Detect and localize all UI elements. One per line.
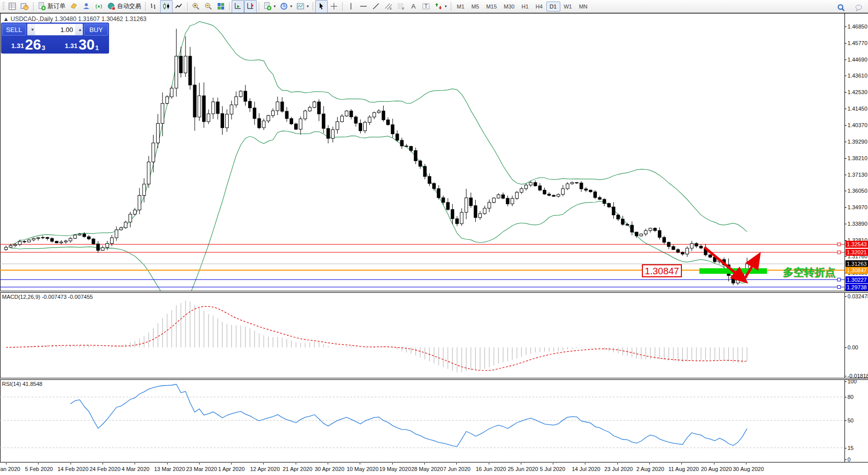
fibonacci-icon: F	[397, 2, 405, 11]
cursor-button[interactable]	[315, 0, 328, 13]
rsi-tick-mark	[844, 397, 846, 397]
svg-text:T: T	[425, 4, 428, 9]
signals-button[interactable]	[93, 0, 105, 13]
templates-button[interactable]: ▾	[294, 0, 311, 13]
trend-arrow-down[interactable]	[704, 247, 742, 279]
timeframe-m1-button[interactable]: M1	[453, 2, 468, 12]
bollinger-upper-band	[11, 22, 747, 245]
timeframe-m5-button[interactable]: M5	[468, 2, 482, 12]
date-tick-mark	[681, 463, 682, 464]
candlestick-chart-button[interactable]	[160, 0, 173, 13]
date-label: 1 Apr 2020	[218, 466, 245, 472]
new-order-button[interactable]: 新订单	[36, 0, 68, 13]
chart-shift-button[interactable]	[244, 0, 257, 13]
rsi-label: RSI(14) 41.8548	[2, 381, 43, 387]
line-handle[interactable]	[837, 278, 840, 281]
zoom-in-button[interactable]	[190, 0, 202, 13]
date-label: 7 Jan 2020	[0, 466, 20, 472]
mql5-community-button[interactable]	[80, 0, 93, 13]
timeframe-d1-button[interactable]: D1	[546, 2, 560, 12]
zoom-out-icon	[204, 2, 213, 11]
volume-decrease-button[interactable]: ▼	[28, 24, 35, 35]
volume-increase-button[interactable]: ▲	[75, 24, 83, 35]
arrows-button[interactable]: ▾	[432, 0, 449, 13]
equidistant-channel-button[interactable]: E	[382, 0, 395, 13]
macd-pane[interactable]	[0, 293, 844, 378]
date-tick-mark	[263, 463, 264, 464]
chat-icon	[854, 4, 863, 12]
market-watch-button[interactable]	[6, 0, 19, 13]
timeframe-mn-button[interactable]: MN	[575, 2, 591, 12]
price-tick-mark	[844, 109, 846, 109]
line-chart-button[interactable]	[173, 0, 185, 13]
toolbar-grip	[3, 2, 5, 11]
date-label: 14 Jul 2020	[572, 466, 600, 472]
line-handle[interactable]	[837, 251, 840, 254]
price-tick-mark	[844, 60, 846, 60]
crosshair-button[interactable]	[328, 0, 340, 13]
tile-windows-button[interactable]	[215, 0, 227, 13]
chevron-down-icon[interactable]: ▾	[290, 4, 292, 9]
autotrading-icon	[107, 2, 116, 11]
tester-icon	[21, 2, 29, 11]
indicators-button[interactable]: ▾	[261, 0, 278, 13]
vertical-line-button[interactable]	[345, 0, 357, 13]
timeframe-w1-button[interactable]: W1	[560, 2, 576, 12]
date-tick-mark	[456, 463, 457, 464]
rsi-tick-mark	[844, 448, 846, 448]
date-tick-mark	[231, 463, 232, 464]
timeframe-h4-button[interactable]: H4	[532, 2, 546, 12]
chevron-down-icon[interactable]: ▾	[307, 4, 309, 9]
periods-button[interactable]: ▾	[278, 0, 294, 13]
macd-label: MACD(12,26,9) -0.007473 -0.007455	[2, 294, 93, 300]
price-axis-line	[844, 14, 845, 462]
community-chat-icon[interactable]	[852, 1, 865, 14]
fibonacci-button[interactable]: F	[395, 0, 407, 13]
text-label-button[interactable]: T	[420, 0, 432, 13]
date-tick-mark	[103, 463, 103, 464]
date-label: 5 Jul 2020	[540, 466, 565, 472]
autotrading-button[interactable]: 自动交易	[105, 0, 143, 13]
timeframe-m15-button[interactable]: M15	[483, 2, 500, 12]
text-button[interactable]: A	[407, 0, 420, 13]
timeframe-m30-button[interactable]: M30	[500, 2, 518, 12]
buy-price[interactable]: 1.31301	[56, 37, 108, 52]
auto-scroll-button[interactable]	[232, 0, 244, 13]
search-icon[interactable]	[835, 1, 847, 14]
turning-point-note[interactable]: 多空转折点	[783, 265, 835, 279]
chevron-down-icon[interactable]: ▾	[445, 4, 447, 9]
sell-price[interactable]: 1.31263	[2, 37, 55, 52]
date-label: 20 Aug 2020	[701, 466, 732, 472]
signals-icon	[95, 2, 103, 11]
sell-button[interactable]: SELL	[2, 24, 26, 36]
line-handle[interactable]	[837, 243, 840, 246]
date-label: 16 Jun 2020	[476, 466, 506, 472]
line-handle[interactable]	[837, 286, 840, 289]
trendline-button[interactable]	[370, 0, 382, 13]
metaeditor-button[interactable]	[68, 0, 80, 13]
support-price-callout[interactable]: 1.30847	[642, 264, 682, 277]
date-tick-mark	[392, 463, 393, 464]
line-chart-icon	[175, 2, 183, 11]
tile-icon	[217, 2, 225, 11]
candlestick-icon	[162, 2, 171, 11]
date-axis-line	[0, 462, 868, 462]
zoom-out-button[interactable]	[202, 0, 215, 13]
chevron-down-icon[interactable]: ▾	[274, 4, 276, 9]
macd-tick-mark	[844, 347, 846, 348]
buy-button[interactable]: BUY	[84, 24, 108, 36]
horizontal-line-button[interactable]	[357, 0, 370, 13]
bar-chart-button[interactable]	[148, 0, 160, 13]
metaeditor-icon	[70, 2, 78, 11]
timeframe-h1-button[interactable]: H1	[518, 2, 532, 12]
date-label: 19 May 2020	[379, 466, 411, 472]
volume-input[interactable]	[35, 24, 75, 35]
rsi-pane[interactable]	[0, 380, 844, 462]
price-tick-label: 1.38210	[847, 155, 867, 161]
date-tick-mark	[6, 463, 7, 464]
periods-icon	[280, 2, 288, 11]
price-chart[interactable]	[0, 14, 844, 291]
bollinger-lower-band	[11, 131, 747, 291]
strategy-tester-button[interactable]	[19, 0, 31, 13]
collapse-triangle-icon[interactable]: ▲	[3, 16, 9, 23]
